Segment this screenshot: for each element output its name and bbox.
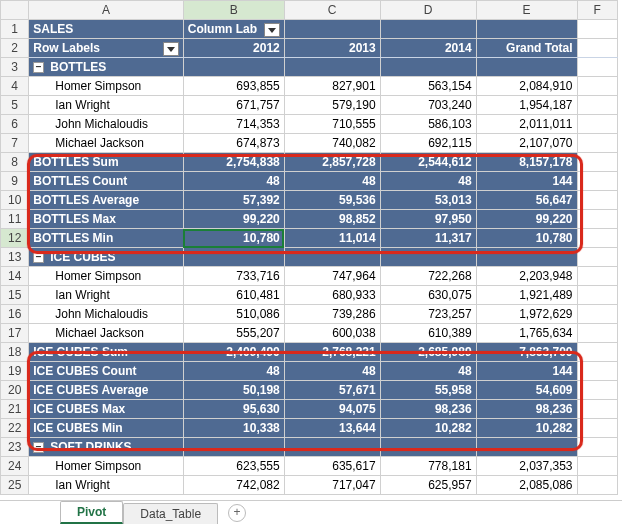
cell[interactable]: 710,555 bbox=[284, 115, 380, 134]
sheet-tab-data-table[interactable]: Data_Table bbox=[123, 503, 218, 524]
cell[interactable]: 674,873 bbox=[183, 134, 284, 153]
cell[interactable]: 671,757 bbox=[183, 96, 284, 115]
cell[interactable]: 57,671 bbox=[284, 381, 380, 400]
col-header-a[interactable]: A bbox=[29, 1, 184, 20]
cell[interactable]: 703,240 bbox=[380, 96, 476, 115]
cell[interactable]: 586,103 bbox=[380, 115, 476, 134]
row-label[interactable]: Homer Simpson bbox=[29, 457, 184, 476]
cell[interactable]: 563,154 bbox=[380, 77, 476, 96]
group-soft-drinks[interactable]: −SOFT DRINKS bbox=[29, 438, 184, 457]
cell[interactable]: 98,852 bbox=[284, 210, 380, 229]
row-label[interactable]: John Michaloudis bbox=[29, 115, 184, 134]
cell[interactable]: 53,013 bbox=[380, 191, 476, 210]
cell[interactable]: 10,282 bbox=[380, 419, 476, 438]
sheet-tab-pivot[interactable]: Pivot bbox=[60, 501, 123, 524]
cell[interactable]: 48 bbox=[380, 362, 476, 381]
cell[interactable]: 625,957 bbox=[380, 476, 476, 495]
cell[interactable]: 2,084,910 bbox=[476, 77, 577, 96]
cell[interactable]: 2,107,070 bbox=[476, 134, 577, 153]
cell[interactable]: 2,754,838 bbox=[183, 153, 284, 172]
row-header[interactable]: 10 bbox=[1, 191, 29, 210]
collapse-icon[interactable]: − bbox=[33, 442, 44, 453]
cell[interactable]: 54,609 bbox=[476, 381, 577, 400]
cell[interactable]: 740,082 bbox=[284, 134, 380, 153]
collapse-icon[interactable]: − bbox=[33, 252, 44, 263]
row-labels-cell[interactable]: Row Labels bbox=[29, 39, 184, 58]
new-sheet-button[interactable]: + bbox=[228, 504, 246, 522]
row-header[interactable]: 17 bbox=[1, 324, 29, 343]
cell[interactable]: 610,481 bbox=[183, 286, 284, 305]
row-header[interactable]: 18 bbox=[1, 343, 29, 362]
cell[interactable]: 714,353 bbox=[183, 115, 284, 134]
cell[interactable]: 50,198 bbox=[183, 381, 284, 400]
row-header[interactable]: 11 bbox=[1, 210, 29, 229]
year-header[interactable]: 2014 bbox=[380, 39, 476, 58]
cell[interactable]: 11,014 bbox=[284, 229, 380, 248]
cell[interactable]: 723,257 bbox=[380, 305, 476, 324]
row-label[interactable]: Michael Jackson bbox=[29, 324, 184, 343]
cell[interactable]: 1,972,629 bbox=[476, 305, 577, 324]
cell[interactable]: 579,190 bbox=[284, 96, 380, 115]
cell[interactable]: 610,389 bbox=[380, 324, 476, 343]
cell[interactable]: 1,921,489 bbox=[476, 286, 577, 305]
group-bottles[interactable]: −BOTTLES bbox=[29, 58, 184, 77]
cell[interactable]: 555,207 bbox=[183, 324, 284, 343]
cell[interactable]: 623,555 bbox=[183, 457, 284, 476]
cell[interactable]: 733,716 bbox=[183, 267, 284, 286]
row-header[interactable]: 12 bbox=[1, 229, 29, 248]
cell[interactable]: 97,950 bbox=[380, 210, 476, 229]
row-header[interactable]: 20 bbox=[1, 381, 29, 400]
subtotal-label[interactable]: BOTTLES Max bbox=[29, 210, 184, 229]
subtotal-label[interactable]: BOTTLES Min bbox=[29, 229, 184, 248]
column-labels-cell[interactable]: Column Lab bbox=[183, 20, 284, 39]
cell[interactable]: 747,964 bbox=[284, 267, 380, 286]
subtotal-label[interactable]: ICE CUBES Count bbox=[29, 362, 184, 381]
row-header[interactable]: 8 bbox=[1, 153, 29, 172]
cell[interactable]: 827,901 bbox=[284, 77, 380, 96]
row-header[interactable]: 24 bbox=[1, 457, 29, 476]
subtotal-label[interactable]: BOTTLES Average bbox=[29, 191, 184, 210]
row-header[interactable]: 7 bbox=[1, 134, 29, 153]
year-header[interactable]: 2013 bbox=[284, 39, 380, 58]
cell[interactable]: 13,644 bbox=[284, 419, 380, 438]
row-header[interactable]: 4 bbox=[1, 77, 29, 96]
subtotal-label[interactable]: ICE CUBES Average bbox=[29, 381, 184, 400]
row-header[interactable]: 13 bbox=[1, 248, 29, 267]
cell[interactable]: 10,338 bbox=[183, 419, 284, 438]
cell[interactable]: 48 bbox=[380, 172, 476, 191]
cell[interactable]: 10,780 bbox=[476, 229, 577, 248]
spreadsheet-grid[interactable]: A B C D E F 1 SALES Column Lab 2 Row Lab… bbox=[0, 0, 618, 495]
col-header-b[interactable]: B bbox=[183, 1, 284, 20]
row-header[interactable]: 15 bbox=[1, 286, 29, 305]
cell[interactable]: 98,236 bbox=[476, 400, 577, 419]
cell[interactable]: 2,544,612 bbox=[380, 153, 476, 172]
subtotal-label[interactable]: ICE CUBES Min bbox=[29, 419, 184, 438]
subtotal-label[interactable]: ICE CUBES Sum bbox=[29, 343, 184, 362]
cell[interactable]: 1,954,187 bbox=[476, 96, 577, 115]
grand-total-header[interactable]: Grand Total bbox=[476, 39, 577, 58]
cell[interactable]: 2,768,221 bbox=[284, 343, 380, 362]
row-label[interactable]: Michael Jackson bbox=[29, 134, 184, 153]
row-header[interactable]: 6 bbox=[1, 115, 29, 134]
row-label[interactable]: Ian Wright bbox=[29, 96, 184, 115]
row-header[interactable]: 14 bbox=[1, 267, 29, 286]
cell[interactable]: 10,282 bbox=[476, 419, 577, 438]
cell[interactable]: 1,765,634 bbox=[476, 324, 577, 343]
row-header[interactable]: 3 bbox=[1, 58, 29, 77]
cell[interactable]: 2,011,011 bbox=[476, 115, 577, 134]
cell[interactable]: 59,536 bbox=[284, 191, 380, 210]
cell[interactable]: 8,157,178 bbox=[476, 153, 577, 172]
cell[interactable]: 778,181 bbox=[380, 457, 476, 476]
pivot-title[interactable]: SALES bbox=[29, 20, 184, 39]
cell[interactable]: 2,085,086 bbox=[476, 476, 577, 495]
row-label[interactable]: Homer Simpson bbox=[29, 267, 184, 286]
cell[interactable]: 2,685,989 bbox=[380, 343, 476, 362]
active-cell[interactable]: 10,780 bbox=[183, 229, 284, 248]
cell[interactable]: 7,863,700 bbox=[476, 343, 577, 362]
col-header-c[interactable]: C bbox=[284, 1, 380, 20]
cell[interactable]: 99,220 bbox=[476, 210, 577, 229]
cell[interactable]: 144 bbox=[476, 362, 577, 381]
select-all-corner[interactable] bbox=[1, 1, 29, 20]
cell[interactable]: 2,203,948 bbox=[476, 267, 577, 286]
row-label[interactable]: Homer Simpson bbox=[29, 77, 184, 96]
